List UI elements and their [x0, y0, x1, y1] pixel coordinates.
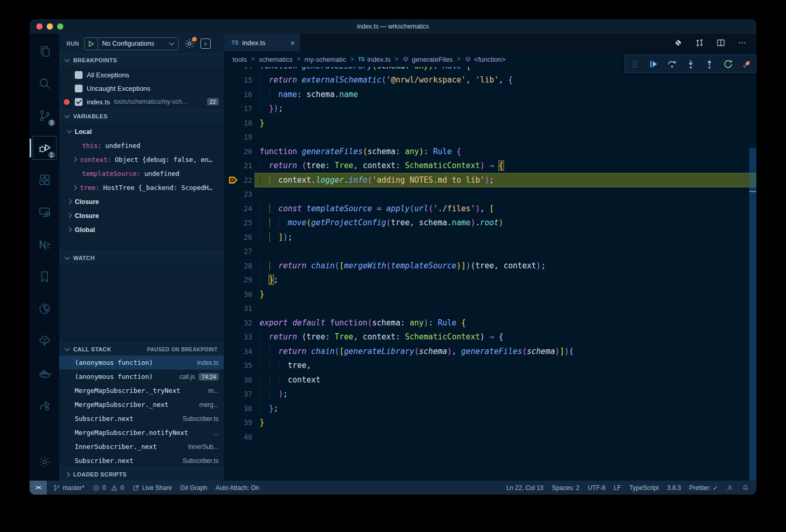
code-line-25[interactable]: 25 move(getProjectConfig(tree, schema.na…	[224, 216, 749, 230]
breakpoint-checkbox[interactable]	[75, 71, 83, 79]
code-line-38[interactable]: 38 };	[224, 401, 749, 416]
variable-tree[interactable]: tree:HostTree {_backend: ScopedH…	[59, 181, 224, 195]
status-git-graph[interactable]: Git Graph	[180, 484, 207, 492]
code-line-21[interactable]: 21 return (tree: Tree, context: Schemati…	[224, 159, 749, 173]
step-out-button[interactable]	[702, 57, 716, 71]
activity-item-run-debug[interactable]: 1	[33, 137, 56, 159]
drag-handle[interactable]	[628, 57, 641, 71]
gutter[interactable]: 32	[224, 316, 260, 330]
activity-item-bookmarks[interactable]	[33, 265, 56, 288]
call-stack-frame[interactable]: Subscriber.nextSubscriber.ts	[59, 412, 224, 426]
status-cursor-position[interactable]: Ln 22, Col 13	[506, 484, 543, 492]
breadcrumb-item-my-schematic[interactable]: my-schematic	[305, 56, 346, 63]
gutter[interactable]: 40	[224, 430, 260, 444]
variables-section-header[interactable]: VARIABLES	[59, 110, 224, 122]
status-prettier[interactable]: Prettier: ✓	[689, 484, 718, 492]
step-over-button[interactable]	[665, 57, 679, 71]
scrollbar-thumb[interactable]	[749, 148, 756, 481]
breadcrumb-item-schematics[interactable]: schematics	[259, 56, 292, 63]
activity-item-git-history[interactable]	[33, 297, 56, 320]
code-line-33[interactable]: 33 return (tree: Tree, context: Schemati…	[224, 330, 749, 345]
gutter[interactable]: 26	[224, 230, 260, 244]
variables-scope-closure[interactable]: Closure	[59, 209, 224, 223]
variables-scope-global[interactable]: Global	[59, 223, 224, 237]
call-stack-frame[interactable]: MergeMapSubscriber._nextmerg...	[59, 398, 224, 412]
status-notifications[interactable]	[742, 484, 749, 492]
status-ts-version[interactable]: 3.8.3	[667, 484, 681, 492]
code-line-34[interactable]: 34 return chain([generateLibrary(schema)…	[224, 344, 749, 359]
variables-scope-local[interactable]: Local	[59, 125, 224, 139]
gutter[interactable]: 39	[224, 416, 260, 430]
call-stack-frame[interactable]: MergeMapSubscriber._tryNextm...	[59, 384, 224, 398]
breakpoint-row[interactable]: All Exceptions	[59, 68, 224, 81]
status-encoding[interactable]: UTF-8	[588, 484, 605, 492]
tab-index-ts[interactable]: TS index.ts ×	[224, 34, 300, 51]
code-line-19[interactable]: 19	[224, 130, 749, 145]
gutter[interactable]: 27	[224, 244, 260, 259]
variable-templateSource[interactable]: templateSource:undefined	[59, 167, 224, 181]
activity-item-settings[interactable]	[33, 451, 56, 473]
variable-context[interactable]: context:Object {debug: false, en…	[59, 153, 224, 167]
debug-settings-gear-icon[interactable]	[184, 38, 195, 49]
code-line-31[interactable]: 31	[224, 302, 749, 316]
status-indentation[interactable]: Spaces: 2	[552, 484, 579, 492]
code-line-22[interactable]: 22 context.logger.info('adding NOTES.md …	[224, 173, 749, 187]
activity-item-search[interactable]	[33, 72, 56, 95]
gutter[interactable]: 18	[224, 116, 260, 130]
breakpoint-checkbox[interactable]	[75, 98, 83, 106]
gutter[interactable]: 37	[224, 387, 260, 402]
gutter[interactable]: 19	[224, 130, 260, 145]
gutter[interactable]: 14	[224, 67, 260, 73]
status-language-mode[interactable]: TypeScript	[629, 484, 659, 492]
code-line-23[interactable]: 23	[224, 187, 749, 202]
status-problems[interactable]: 00	[92, 484, 124, 492]
code-editor[interactable]: 14function generateLibrary(schema: any):…	[224, 67, 756, 481]
code-line-40[interactable]: 40	[224, 430, 749, 444]
gutter[interactable]: 30	[224, 287, 260, 302]
gutter[interactable]: 35	[224, 359, 260, 373]
breakpoint-row[interactable]: index.tstools/schematics/my-sch...22	[59, 95, 224, 108]
gutter[interactable]: 22	[224, 173, 260, 187]
code-line-26[interactable]: 26 ]);	[224, 230, 749, 244]
activity-item-source-control[interactable]: 3	[33, 104, 56, 127]
gutter[interactable]: 15	[224, 73, 260, 88]
variable-this[interactable]: this:undefined	[59, 139, 224, 153]
code-line-17[interactable]: 17 });	[224, 102, 749, 116]
disconnect-button[interactable]	[740, 57, 753, 71]
call-stack-frame[interactable]: (anonymous function)call.js74:24	[59, 370, 224, 384]
gutter[interactable]: 29	[224, 273, 260, 288]
gutter[interactable]: 23	[224, 187, 260, 202]
activity-item-docker[interactable]	[33, 362, 56, 385]
code-line-24[interactable]: 24 const templateSource = apply(url('./f…	[224, 201, 749, 216]
code-line-39[interactable]: 39}	[224, 416, 749, 430]
breakpoint-checkbox[interactable]	[75, 85, 83, 92]
code-line-18[interactable]: 18}	[224, 116, 749, 130]
split-editor-icon[interactable]	[716, 38, 726, 48]
gutter[interactable]: 21	[224, 159, 260, 173]
call-stack-frame[interactable]: Subscriber.nextSubscriber.ts	[59, 454, 224, 468]
code-line-36[interactable]: 36 context	[224, 373, 749, 387]
gutter[interactable]: 38	[224, 401, 260, 416]
status-feedback[interactable]	[726, 484, 734, 492]
continue-button[interactable]	[646, 57, 660, 71]
watch-section-header[interactable]: WATCH	[59, 251, 224, 264]
activity-item-remote-explorer[interactable]	[33, 201, 56, 224]
code-line-37[interactable]: 37 );	[224, 387, 749, 402]
debug-console-icon[interactable]	[200, 38, 211, 49]
activity-item-extensions[interactable]	[33, 169, 56, 192]
gutter[interactable]: 17	[224, 102, 260, 116]
call-stack-frame[interactable]: (anonymous function)index.ts	[59, 356, 224, 370]
more-actions-icon[interactable]	[737, 38, 747, 48]
open-changes-icon[interactable]	[673, 38, 683, 48]
activity-item-test-explorer[interactable]	[33, 330, 56, 352]
code-line-30[interactable]: 30}	[224, 287, 749, 302]
gutter[interactable]: 31	[224, 302, 260, 316]
breadcrumb-item-index-ts[interactable]: TSindex.ts	[358, 56, 391, 63]
status-auto-attach[interactable]: Auto Attach: On	[215, 484, 259, 492]
activity-item-explorer[interactable]	[33, 40, 56, 63]
status-live-share[interactable]: Live Share	[132, 484, 172, 492]
breakpoints-section-header[interactable]: BREAKPOINTS	[59, 53, 224, 66]
status-eol[interactable]: LF	[614, 484, 621, 492]
call-stack-frame[interactable]: MergeMapSubscriber.notifyNext...	[59, 426, 224, 440]
status-git-branch[interactable]: master*	[53, 484, 84, 492]
